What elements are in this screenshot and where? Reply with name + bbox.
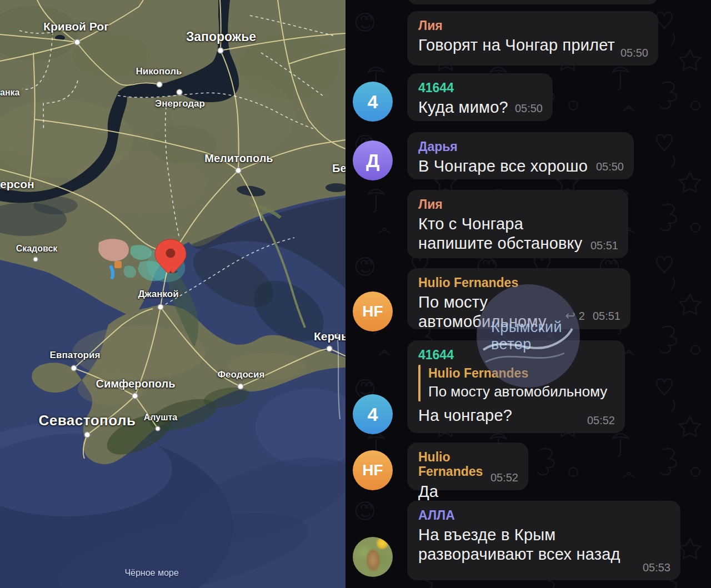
city-dot-simferopol	[132, 393, 138, 399]
message-time: 05:52	[587, 414, 615, 427]
message-bubble[interactable]: Дарья В Чонгаре все хорошо 05:50	[407, 132, 634, 179]
city-dot-kerch	[327, 346, 332, 351]
avatar-darya[interactable]: Д	[353, 140, 393, 180]
message-bubble[interactable]: Лия Кто с Чонгара напишите обстановку 05…	[407, 190, 628, 258]
message-time: 05:51	[590, 239, 618, 252]
map-label-kryvyi-rih: Кривой Рог	[43, 20, 109, 33]
city-dot-feodosia	[238, 384, 243, 389]
map-label-dzhankoi: Джанкой	[138, 289, 178, 300]
avatar-41644[interactable]: 4	[353, 394, 393, 434]
message-time: 05:52	[490, 471, 518, 484]
map-label-enerhodar: Энергодар	[155, 98, 205, 109]
city-dot-yevpatoria	[71, 365, 77, 371]
message-bubble[interactable]: Лия Говорят на Чонгар прилет 05:50	[407, 11, 658, 66]
map-label-skadovsk: Скадовск	[16, 244, 58, 254]
sender-name: Лия	[418, 197, 617, 212]
message-bubble[interactable]: 41644 Куда мимо? 05:50	[407, 73, 553, 121]
map-label-sevastopol: Севастополь	[38, 412, 136, 429]
city-dot-nikopol	[157, 82, 162, 87]
city-dot-kryvyi-rih	[74, 39, 80, 45]
message-text: На въезде в Крым разворачивают всех наза…	[418, 525, 640, 563]
message-text: Кто с Чонгара напишите обстановку	[418, 214, 602, 252]
message-bubble[interactable]: АЛЛА На въезде в Крым разворачивают всех…	[407, 501, 680, 580]
message-time: 05:51	[593, 310, 620, 322]
map-label-yevpatoria: Евпатория	[50, 350, 101, 361]
message-time: 05:50	[620, 47, 648, 59]
map-label-black-sea: Чёрное море	[124, 568, 178, 578]
sender-name: Дарья	[418, 139, 623, 154]
avatar-hulio[interactable]: HF	[353, 292, 393, 331]
map-label-simferopol: Симферополь	[96, 378, 176, 390]
chat-panel: Лия Говорят на Чонгар прилет 05:50 4 416…	[346, 0, 711, 588]
message-text: В Чонгаре все хорошо	[418, 157, 623, 175]
message-text: На чонгаре?	[418, 406, 614, 425]
message-bubble[interactable]: Hulio Fernandes Да 05:52	[407, 443, 528, 490]
city-dot-melitopol	[236, 168, 241, 173]
sender-name: АЛЛА	[418, 508, 669, 522]
message-time: 05:50	[515, 102, 543, 115]
city-dot-sevastopol	[84, 432, 90, 438]
map-label-feodosia: Феодосия	[218, 369, 265, 380]
avatar-41644[interactable]: 4	[353, 82, 393, 122]
channel-watermark: Крымский ветер	[477, 284, 580, 388]
map-label-berdiansk: Бе	[332, 162, 346, 175]
map-label-zaporizhzhia: Запорожье	[186, 29, 256, 44]
city-dot-skadovsk	[33, 257, 38, 262]
avatar-hulio[interactable]: HF	[353, 450, 393, 490]
sender-name: Лия	[418, 18, 647, 33]
message-text: Говорят на Чонгар прилет	[418, 36, 647, 54]
map-label-melitopol: Мелитополь	[204, 152, 273, 165]
screenshot-root: Кривой Рог Запорожье Никополь Энергодар …	[0, 0, 711, 588]
sender-name: 41644	[418, 81, 542, 95]
message-time: 05:50	[596, 160, 624, 173]
message-time: 05:53	[643, 561, 670, 574]
partial-message-bubble-top	[407, 0, 658, 4]
map-label-kerch: Керчь	[314, 330, 346, 343]
map-panel[interactable]: Кривой Рог Запорожье Никополь Энергодар …	[0, 0, 346, 588]
city-dot-alushta	[156, 426, 160, 431]
map-label-kanka: анка	[0, 88, 19, 98]
avatar-alla-photo[interactable]	[353, 537, 393, 577]
city-dot-enerhodar	[177, 89, 182, 95]
city-dot-dzhankoi	[158, 304, 163, 310]
message-text: Да	[418, 482, 517, 501]
map-label-kherson: ерсон	[0, 178, 34, 191]
map-label-alushta: Алушта	[144, 413, 177, 423]
map-label-nikopol: Никополь	[136, 66, 182, 77]
city-dot-zaporizhzhia	[218, 48, 223, 53]
